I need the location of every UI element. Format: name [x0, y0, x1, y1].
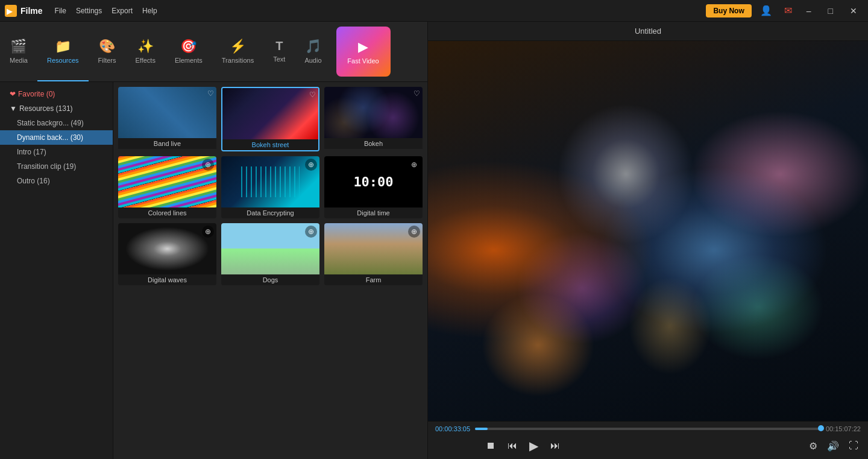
logo-icon: ▶ — [5, 5, 17, 17]
transitions-icon: ⚡ — [230, 39, 246, 54]
grid-item-bokeh[interactable]: ♡ Bokeh — [324, 87, 423, 151]
sidebar-item-intro[interactable]: Intro (17) — [0, 145, 113, 159]
download-colored-lines-icon[interactable]: ⊕ — [202, 159, 214, 171]
next-frame-button[interactable]: ⏭ — [548, 438, 562, 454]
grid-item-band-live[interactable]: ♡ Band live — [118, 87, 216, 151]
menu-help[interactable]: Help — [142, 7, 157, 15]
main-area: 🎬 Media 📁 Resources 🎨 Filters ✨ Effects … — [0, 22, 868, 459]
grid-label-digital-time: Digital time — [324, 207, 423, 218]
preview-video — [428, 41, 868, 421]
mail-icon[interactable]: ✉ — [781, 4, 796, 17]
fullscreen-button[interactable]: ⛶ — [846, 438, 861, 454]
nav-elements-label: Elements — [175, 57, 203, 64]
app-logo: ▶ Filme — [5, 5, 43, 17]
menu-bar: File Settings Export Help — [55, 7, 157, 15]
nav-effects[interactable]: ✨ Effects — [126, 22, 165, 81]
grid-label-bokeh: Bokeh — [324, 138, 423, 149]
nav-audio-label: Audio — [304, 57, 321, 64]
text-icon: T — [275, 39, 283, 53]
nav-audio[interactable]: 🎵 Audio — [295, 22, 331, 81]
menu-file[interactable]: File — [55, 7, 66, 15]
nav-text[interactable]: T Text — [263, 22, 295, 81]
nav-resources-label: Resources — [47, 57, 79, 64]
nav-elements[interactable]: 🎯 Elements — [165, 22, 212, 81]
download-farm-icon[interactable]: ⊕ — [408, 226, 420, 238]
sidebar-item-static-bg[interactable]: Static backgro... (49) — [0, 116, 113, 130]
panel-body: ❤ Favorite (0) ▼ Resources (131) Static … — [0, 82, 427, 459]
nav-fast-video-label: Fast Video — [347, 57, 379, 65]
grid-label-colored-lines: Colored lines — [118, 207, 216, 218]
fast-video-icon: ▶ — [358, 39, 368, 55]
menu-settings[interactable]: Settings — [76, 7, 102, 15]
nav-filters-label: Filters — [98, 57, 116, 64]
sidebar-item-resources[interactable]: ▼ Resources (131) — [0, 101, 113, 116]
play-button[interactable]: ▶ — [527, 436, 541, 455]
nav-filters[interactable]: 🎨 Filters — [89, 22, 126, 81]
left-panel: 🎬 Media 📁 Resources 🎨 Filters ✨ Effects … — [0, 22, 428, 459]
buy-now-button[interactable]: Buy Now — [706, 4, 751, 17]
download-data-encrypting-icon[interactable]: ⊕ — [305, 159, 317, 171]
volume-button[interactable]: 🔊 — [825, 438, 841, 454]
maximize-button[interactable]: □ — [822, 4, 839, 18]
preview-timeline-bar: 00:00:33:05 00:15:07:22 — [435, 425, 861, 432]
preview-settings: ⚙ 🔊 ⛶ — [807, 438, 861, 454]
playback-row: ⏹ ⏮ ▶ ⏭ ⚙ 🔊 ⛶ — [435, 436, 861, 455]
settings-button[interactable]: ⚙ — [807, 438, 820, 454]
favorite-bokeh-street-icon[interactable]: ♡ — [309, 90, 316, 99]
nav-transitions-label: Transitions — [222, 57, 254, 64]
sidebar-favorite-label: Favorite (0) — [18, 90, 55, 98]
sidebar-outro-label: Outro (16) — [17, 177, 50, 185]
titlebar: ▶ Filme File Settings Export Help Buy No… — [0, 0, 868, 22]
sidebar-item-favorite[interactable]: ❤ Favorite (0) — [0, 87, 113, 101]
sidebar-dynamic-label: Dynamic back... (30) — [17, 133, 83, 142]
sidebar-transition-label: Transition clip (19) — [17, 162, 76, 171]
nav-fast-video[interactable]: ▶ Fast Video — [336, 27, 391, 77]
grid-label-digital-waves: Digital waves — [118, 274, 216, 285]
grid-item-dogs[interactable]: ⊕ Dogs — [221, 223, 319, 285]
grid-item-digital-time[interactable]: 10:00 ⊕ Digital time — [324, 156, 423, 218]
preview-time-total: 00:15:07:22 — [826, 425, 861, 432]
grid-item-farm[interactable]: ⊕ Farm — [324, 223, 423, 285]
minimize-button[interactable]: – — [800, 4, 817, 18]
sidebar-item-transition-clip[interactable]: Transition clip (19) — [0, 159, 113, 174]
download-dogs-icon[interactable]: ⊕ — [305, 226, 317, 238]
sidebar-resources-label: Resources (131) — [19, 104, 73, 113]
download-digital-time-icon[interactable]: ⊕ — [408, 159, 420, 171]
nav-media-label: Media — [10, 57, 28, 64]
grid-item-data-encrypting[interactable]: ⊕ Data Encrypting — [221, 156, 319, 218]
sidebar-item-outro[interactable]: Outro (16) — [0, 174, 113, 188]
nav-media[interactable]: 🎬 Media — [0, 22, 37, 81]
close-button[interactable]: ✕ — [844, 4, 863, 18]
nav-effects-label: Effects — [136, 57, 156, 64]
grid-label-data-encrypting: Data Encrypting — [221, 207, 319, 218]
expand-icon: ▼ — [10, 104, 17, 113]
sidebar-intro-label: Intro (17) — [17, 148, 46, 156]
user-icon[interactable]: 👤 — [756, 4, 776, 17]
nav-transitions[interactable]: ⚡ Transitions — [212, 22, 263, 81]
grid-label-band-live: Band live — [118, 138, 216, 149]
grid-item-digital-waves[interactable]: ⊕ Digital waves — [118, 223, 216, 285]
grid-label-dogs: Dogs — [221, 274, 319, 285]
download-digital-waves-icon[interactable]: ⊕ — [202, 226, 214, 238]
menu-export[interactable]: Export — [112, 7, 133, 15]
resources-icon: 📁 — [55, 39, 71, 54]
preview-slider[interactable] — [475, 428, 821, 430]
playback-controls: ⏹ ⏮ ▶ ⏭ — [483, 436, 562, 455]
nav-text-label: Text — [273, 55, 285, 63]
navbar: 🎬 Media 📁 Resources 🎨 Filters ✨ Effects … — [0, 22, 427, 82]
media-icon: 🎬 — [10, 39, 27, 54]
favorite-bokeh-icon[interactable]: ♡ — [414, 89, 420, 98]
stop-button[interactable]: ⏹ — [483, 438, 498, 454]
grid-item-bokeh-street[interactable]: ♡ Bokeh street — [221, 87, 319, 151]
svg-text:▶: ▶ — [7, 7, 13, 16]
preview-thumb — [818, 425, 824, 431]
prev-frame-button[interactable]: ⏮ — [505, 438, 520, 454]
grid-item-colored-lines[interactable]: ⊕ Colored lines — [118, 156, 216, 218]
nav-resources[interactable]: 📁 Resources — [37, 22, 89, 81]
sidebar-item-dynamic-bg[interactable]: Dynamic back... (30) — [0, 130, 113, 145]
favorite-band-live-icon[interactable]: ♡ — [207, 89, 214, 98]
effects-icon: ✨ — [137, 39, 154, 54]
preview-video-content — [428, 41, 868, 421]
preview-time-current: 00:00:33:05 — [435, 425, 470, 432]
titlebar-actions: Buy Now 👤 ✉ – □ ✕ — [706, 4, 863, 18]
